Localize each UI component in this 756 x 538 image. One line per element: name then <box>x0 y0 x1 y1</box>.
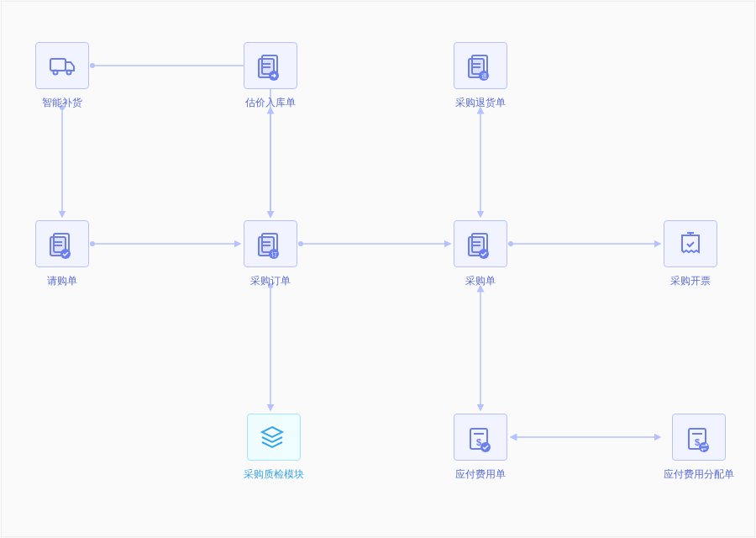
doc-check-icon <box>454 220 507 267</box>
node-label: 应付费用单 <box>455 467 506 482</box>
node-label: 采购质检模块 <box>244 467 304 482</box>
flow-canvas: 订 退 $ $ <box>1 1 755 537</box>
node-qc_module[interactable]: 采购质检模块 <box>244 414 304 482</box>
node-return_order[interactable]: 采购退货单 <box>454 42 507 110</box>
node-invoice[interactable]: 采购开票 <box>664 220 717 288</box>
doc-return-icon <box>454 42 507 89</box>
truck-icon <box>35 42 89 89</box>
layers-icon <box>247 414 301 461</box>
node-label: 采购退货单 <box>455 96 506 110</box>
node-smart_restock[interactable]: 智能补货 <box>35 42 89 110</box>
node-label: 请购单 <box>47 274 77 288</box>
node-ap_alloc[interactable]: 应付费用分配单 <box>664 414 734 482</box>
doc-order-icon <box>244 220 297 267</box>
doc-arrow-icon <box>244 42 297 89</box>
doc-check-icon <box>35 220 89 267</box>
node-label: 采购单 <box>465 274 496 288</box>
node-est_inbound[interactable]: 估价入库单 <box>244 42 297 110</box>
node-purchase_req[interactable]: 请购单 <box>35 220 89 288</box>
node-ap_expense[interactable]: 应付费用单 <box>454 414 507 482</box>
node-label: 采购订单 <box>250 274 291 288</box>
node-label: 应付费用分配单 <box>664 467 734 482</box>
node-label: 估价入库单 <box>245 96 296 110</box>
node-label: 采购开票 <box>670 274 711 288</box>
node-purchase_order[interactable]: 采购订单 <box>244 220 297 288</box>
node-label: 智能补货 <box>42 96 82 110</box>
receipt-icon <box>664 220 717 267</box>
doc-dollar-icon <box>454 414 507 461</box>
doc-swap-icon <box>672 414 726 461</box>
node-purchase_slip[interactable]: 采购单 <box>454 220 507 288</box>
connector-layer <box>2 2 754 536</box>
